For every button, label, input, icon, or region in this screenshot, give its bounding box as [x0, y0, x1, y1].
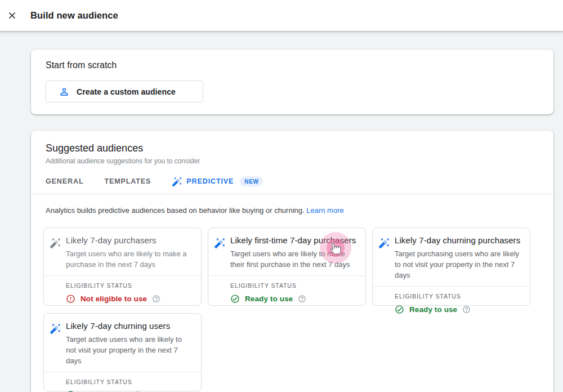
check-circle-icon: [230, 294, 240, 304]
status-row: Ready to use: [395, 305, 522, 314]
status-badge: Ready to use: [409, 305, 457, 314]
start-from-scratch-card: Start from scratch Create a custom audie…: [31, 50, 553, 114]
eligibility-label: ELIGIBILITY STATUS: [66, 378, 193, 385]
tab-general[interactable]: GENERAL: [46, 177, 83, 185]
magic-wand-icon: [50, 323, 63, 336]
suggested-title: Suggested audiences: [46, 142, 539, 154]
eligibility-section: ELIGIBILITY STATUS Ready to use: [208, 276, 365, 311]
audience-description: Target users who are likely to make a pu…: [66, 248, 193, 270]
audience-description: Target purchasing users who are likely t…: [395, 248, 522, 280]
person-icon: [59, 86, 70, 97]
dialog-header: Build new audience: [0, 0, 563, 31]
eligibility-section: ELIGIBILITY STATUS Not eligible to use: [44, 276, 201, 311]
page-title: Build new audience: [30, 10, 118, 21]
audience-card-likely-7-day-purchasers[interactable]: Likely 7-day purchasers Target users who…: [43, 228, 202, 306]
scratch-title: Start from scratch: [46, 60, 539, 70]
audience-title: Likely 7-day churning purchasers: [395, 235, 522, 245]
eligibility-section: ELIGIBILITY STATUS Ready to use: [44, 372, 201, 392]
magic-wand-icon: [214, 237, 227, 251]
audience-card-top: Likely 7-day churning purchasers Target …: [373, 228, 530, 286]
audience-card-top: Likely 7-day purchasers Target users who…: [44, 228, 201, 275]
magic-wand-icon: [378, 237, 392, 251]
tab-general-label: GENERAL: [46, 177, 83, 185]
tab-bar: GENERAL TEMPLATES PREDICTIVE NEW: [31, 174, 553, 189]
audience-card-likely-first-time-7-day-purchasers[interactable]: Likely first-time 7-day purchasers Targe…: [208, 228, 366, 306]
audience-description: Target active users who are likely to no…: [66, 334, 193, 366]
close-button[interactable]: [2, 6, 22, 26]
close-icon: [7, 10, 17, 21]
eligibility-label: ELIGIBILITY STATUS: [395, 293, 522, 300]
create-custom-audience-label: Create a custom audience: [77, 87, 176, 96]
audience-card-likely-7-day-churning-purchasers[interactable]: Likely 7-day churning purchasers Target …: [372, 228, 530, 306]
audience-card-text: Likely 7-day churning purchasers Target …: [395, 235, 522, 280]
tab-predictive[interactable]: PREDICTIVE: [172, 176, 234, 187]
magic-wand-icon: [50, 237, 63, 251]
tab-templates-label: TEMPLATES: [104, 177, 151, 185]
suggested-header: Suggested audiences Additional audience …: [31, 142, 553, 165]
help-icon[interactable]: [462, 305, 471, 314]
help-icon[interactable]: [152, 295, 160, 303]
audience-card-top: Likely first-time 7-day purchasers Targe…: [208, 228, 365, 275]
predictive-description: Analytics builds predictive audiences ba…: [31, 194, 553, 223]
new-badge: NEW: [240, 176, 263, 186]
audience-title: Likely 7-day purchasers: [66, 235, 193, 245]
tab-templates[interactable]: TEMPLATES: [104, 177, 151, 185]
predictive-description-text: Analytics builds predictive audiences ba…: [46, 206, 305, 215]
error-icon: [66, 294, 75, 304]
magic-wand-icon: [172, 176, 182, 187]
audience-title: Likely first-time 7-day purchasers: [230, 235, 358, 245]
audience-card-text: Likely first-time 7-day purchasers Targe…: [230, 235, 358, 270]
audience-card-text: Likely 7-day purchasers Target users who…: [66, 235, 193, 270]
status-row: Not eligible to use: [66, 294, 193, 304]
suggested-audiences-card: Suggested audiences Additional audience …: [31, 131, 553, 392]
eligibility-label: ELIGIBILITY STATUS: [66, 282, 193, 289]
status-badge: Ready to use: [245, 295, 293, 303]
create-custom-audience-button[interactable]: Create a custom audience: [46, 81, 203, 103]
eligibility-label: ELIGIBILITY STATUS: [230, 282, 358, 289]
audience-grid: Likely 7-day purchasers Target users who…: [31, 223, 553, 392]
eligibility-section: ELIGIBILITY STATUS Ready to use: [373, 287, 530, 322]
audience-card-top: Likely 7-day churning users Target activ…: [44, 314, 201, 372]
help-icon[interactable]: [298, 295, 306, 303]
audience-card-likely-7-day-churning-users[interactable]: Likely 7-day churning users Target activ…: [43, 313, 202, 391]
suggested-subtitle: Additional audience suggestions for you …: [46, 157, 539, 165]
status-row: Ready to use: [230, 294, 358, 304]
check-circle-icon: [395, 305, 404, 314]
audience-card-text: Likely 7-day churning users Target activ…: [66, 321, 193, 366]
status-badge: Not eligible to use: [81, 295, 147, 303]
tab-predictive-label: PREDICTIVE: [186, 177, 234, 185]
audience-title: Likely 7-day churning users: [66, 321, 193, 331]
audience-description: Target users who are likely to make thei…: [230, 248, 358, 270]
learn-more-link[interactable]: Learn more: [306, 206, 343, 215]
dialog-body: Start from scratch Create a custom audie…: [0, 31, 563, 392]
